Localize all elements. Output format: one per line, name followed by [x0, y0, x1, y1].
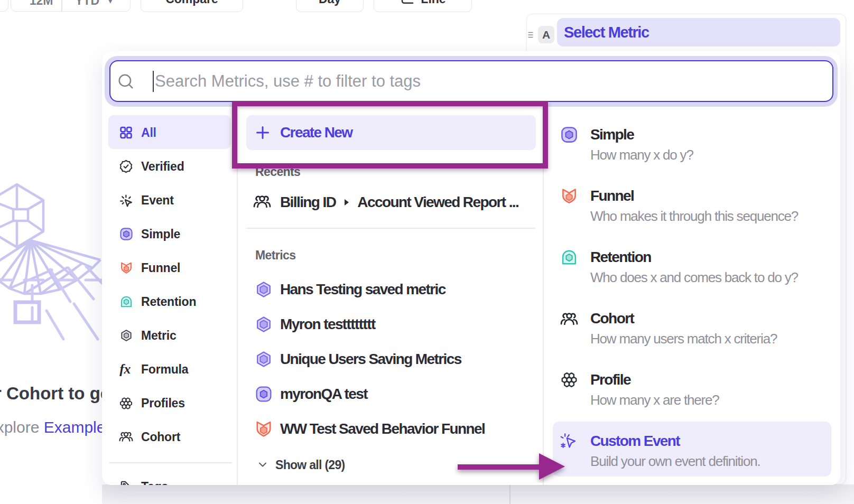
svg-text:fx: fx — [119, 362, 131, 377]
